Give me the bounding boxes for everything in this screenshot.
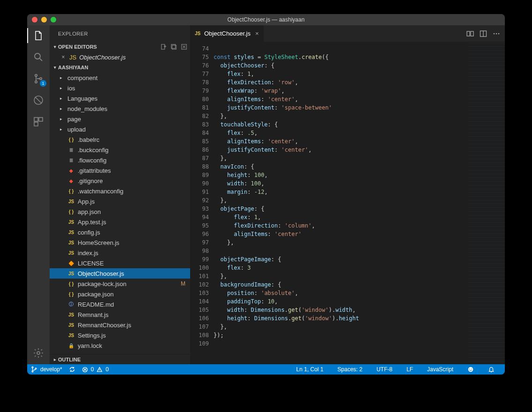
explorer-activity-icon[interactable] [32,29,45,42]
file-item[interactable]: ▸JSindex.js [50,248,190,258]
new-file-icon[interactable] [160,44,167,50]
file-item[interactable]: ▸JSHomeScreen.js [50,237,190,248]
outline-label: OUTLINE [58,357,81,362]
extensions-activity-icon[interactable] [32,115,45,128]
split-editor-icon[interactable] [480,30,487,37]
close-all-icon[interactable] [181,44,187,50]
open-editor-item[interactable]: × JS ObjectChooser.js [50,52,190,62]
text-file-icon: ≣ [67,156,75,164]
folder-item[interactable]: ▸node_modules [50,103,190,114]
open-editors-header[interactable]: ▾ OPEN EDITORS [50,42,190,52]
scm-activity-icon[interactable]: 1 [32,72,45,85]
problems-status[interactable]: 0 0 [82,366,109,373]
text-file-icon: ≣ [67,146,75,154]
js-file-icon: JS [67,311,75,318]
lock-file-icon: 🔒 [67,342,75,349]
file-item[interactable]: ▸JSconfig.js [50,227,190,237]
minimize-window-button[interactable] [41,17,47,22]
cursor-position[interactable]: Ln 1, Col 1 [296,366,324,373]
chevron-right-icon: ▸ [52,357,58,362]
tree-item-label: .flowconfig [78,157,106,164]
close-window-button[interactable] [32,17,37,22]
sync-status[interactable] [69,366,75,373]
project-header[interactable]: ▾ AASHIYAAN [50,62,190,73]
editor-tab[interactable]: JS ObjectChooser.js × [190,25,264,42]
folder-item[interactable]: ▸ios [50,83,190,93]
tree-item-label: app.json [78,208,101,215]
file-item[interactable]: ▸ⓘREADME.md [50,299,190,309]
eol-status[interactable]: LF [406,366,413,373]
file-item[interactable]: ▸JSObjectChooser.js [50,268,190,279]
folder-item[interactable]: ▸Languages [50,93,190,103]
js-file-icon: JS [67,331,75,339]
chevron-right-icon: ▸ [60,86,65,90]
js-file-icon: JS [67,239,75,246]
traffic-lights [32,17,56,22]
file-item[interactable]: ▸🔶LICENSE [50,258,190,268]
svg-point-19 [32,367,33,368]
file-item[interactable]: ▸🔒yarn.lock [50,340,190,351]
app-window: ObjectChooser.js — aashiyaan 1 [27,14,505,375]
more-actions-icon[interactable] [493,30,500,37]
error-count: 0 [91,366,94,373]
encoding-status[interactable]: UTF-8 [377,366,392,373]
warning-count: 0 [105,366,109,373]
search-activity-icon[interactable] [32,51,45,64]
explorer-sidebar: EXPLORER ▾ OPEN EDITORS × JS ObjectChoos… [50,25,190,364]
indentation-status[interactable]: Spaces: 2 [338,366,362,373]
file-item[interactable]: ▸{ }package.json [50,289,190,299]
feedback-icon[interactable] [467,366,474,373]
debug-activity-icon[interactable] [32,94,45,107]
file-item[interactable]: ▸◆.gitignore [50,176,190,186]
file-item[interactable]: ▸{ }.watchmanconfig [50,186,190,196]
file-item[interactable]: ▸JSSettings.js [50,330,190,340]
chevron-right-icon: ▸ [60,117,65,121]
sync-icon [69,366,75,373]
tree-item-label: index.js [78,250,98,257]
tree-item-label: upload [67,126,86,133]
chevron-down-icon: ▾ [52,65,58,70]
line-gutter: 7475767778798081828384858687888990919293… [190,42,214,364]
folder-item[interactable]: ▸component [50,73,190,83]
svg-point-20 [32,371,33,372]
minimap[interactable] [467,42,505,364]
file-item[interactable]: ▸{ }package-lock.jsonM [50,279,190,289]
folder-item[interactable]: ▸page [50,114,190,124]
settings-gear-icon[interactable] [32,346,45,360]
window-title: ObjectChooser.js — aashiyaan [27,16,505,23]
file-item[interactable]: ▸{ }app.json [50,206,190,217]
compare-icon[interactable] [466,30,474,37]
file-item[interactable]: ▸{ }.babelrc [50,134,190,145]
file-item[interactable]: ▸◆.gitattributes [50,165,190,176]
file-item[interactable]: ▸JSRemnantChooser.js [50,320,190,330]
json-file-icon: { } [67,208,75,215]
language-mode[interactable]: JavaScript [427,366,453,373]
file-tree[interactable]: ▸component▸ios▸Languages▸node_modules▸pa… [50,73,190,354]
scm-status-letter: M [181,280,185,287]
js-file-icon: JS [67,228,75,236]
status-bar: develop* 0 0 Ln 1, Col 1 Spaces: 2 UTF-8… [27,364,505,375]
js-file-icon: JS [67,270,75,277]
git-branch-status[interactable]: develop* [31,366,62,373]
file-item[interactable]: ▸JSRemnant.js [50,309,190,320]
close-editor-icon[interactable]: × [60,54,66,60]
code-content[interactable]: const styles = StyleSheet.create({ objec… [214,42,467,364]
file-item[interactable]: ▸≣.flowconfig [50,155,190,165]
maximize-window-button[interactable] [51,17,56,22]
file-item[interactable]: ▸≣.buckconfig [50,145,190,155]
svg-rect-9 [162,44,165,50]
file-item[interactable]: ▸JSApp.js [50,196,190,206]
svg-point-18 [498,33,500,34]
outline-header[interactable]: ▸ OUTLINE [50,354,190,364]
editor-body[interactable]: 7475767778798081828384858687888990919293… [190,42,505,364]
svg-point-24 [469,368,470,369]
notifications-icon[interactable] [488,366,495,373]
json-file-icon: { } [67,187,75,195]
folder-item[interactable]: ▸upload [50,124,190,134]
save-all-icon[interactable] [170,44,177,50]
svg-point-1 [35,74,37,76]
json-file-icon: { } [67,136,75,143]
close-tab-icon[interactable]: × [255,30,259,37]
file-item[interactable]: ▸JSApp.test.js [50,217,190,227]
branch-name: develop* [40,366,62,373]
